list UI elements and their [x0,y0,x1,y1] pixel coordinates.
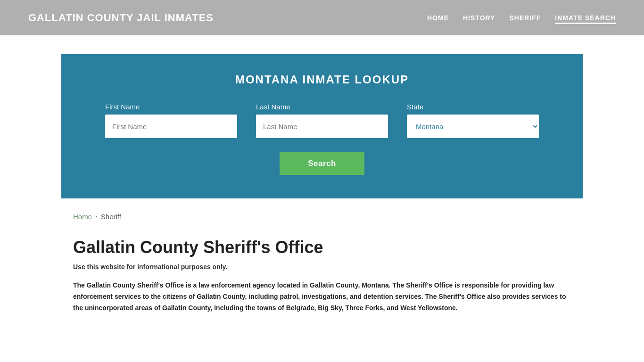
nav-item-home[interactable]: Home [427,12,449,24]
site-header: Gallatin County Jail Inmates Home Histor… [0,0,644,35]
first-name-label: First Name [105,103,237,111]
first-name-input[interactable] [105,115,237,138]
search-section-title: Montana Inmate Lookup [123,73,521,86]
breadcrumb: Home • Sheriff [73,213,571,221]
last-name-input[interactable] [256,115,388,138]
breadcrumb-separator: • [96,214,97,219]
description-text: The Gallatin County Sheriff's Office is … [73,280,568,313]
first-name-group: First Name [105,103,237,138]
state-label: State [407,103,539,111]
main-nav: Home History Sheriff Inmate Search [427,12,616,24]
state-select[interactable]: Montana [407,115,539,138]
nav-item-sheriff[interactable]: Sheriff [509,12,541,24]
state-group: State Montana [407,103,539,138]
last-name-group: Last Name [256,103,388,138]
search-button-row: Search [123,152,521,175]
site-title: Gallatin County Jail Inmates [28,12,214,24]
last-name-label: Last Name [256,103,388,111]
search-fields-row: First Name Last Name State Montana [123,103,521,138]
inmate-search-section: Montana Inmate Lookup First Name Last Na… [61,54,583,198]
search-button[interactable]: Search [280,152,364,175]
nav-item-inmate-search[interactable]: Inmate Search [555,12,616,24]
breadcrumb-current: Sheriff [101,213,121,221]
main-content: Home • Sheriff Gallatin County Sheriff's… [0,198,644,333]
disclaimer-text: Use this website for informational purpo… [73,263,571,271]
breadcrumb-home[interactable]: Home [73,213,92,221]
nav-item-history[interactable]: History [463,12,495,24]
page-title: Gallatin County Sheriff's Office [73,237,571,257]
